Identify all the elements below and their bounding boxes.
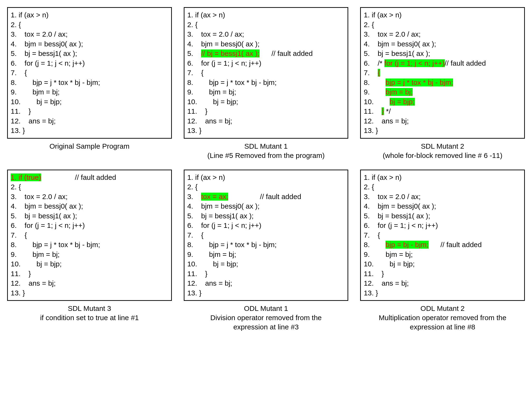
- code-line: 12. ans = bj;: [187, 279, 345, 288]
- code-segment: 5.: [187, 49, 201, 57]
- code-segment: 4. bjm = bessj0( ax );: [11, 40, 83, 48]
- code-segment: 12. ans = bj;: [364, 117, 409, 125]
- code-line: 9. bjm = bj;: [364, 250, 521, 259]
- code-line: 13. }: [11, 288, 168, 298]
- code-line: 2. {: [187, 20, 345, 30]
- code-segment: 4. bjm = bessj0( ax );: [364, 202, 436, 210]
- code-segment: 5. bj = bessj1( ax );: [187, 212, 254, 220]
- code-line: 7. {: [11, 230, 168, 240]
- code-line: 8. bjp = j * tox * bj - bjm;: [187, 240, 345, 250]
- panel-caption: SDL Mutant 2(whole for-block removed lin…: [383, 141, 503, 160]
- mutated-code-segment: {: [378, 69, 380, 76]
- code-line: 8. bjp = j * tox * bj - bjm;: [11, 240, 168, 250]
- code-line: 11. } */: [364, 107, 521, 116]
- code-line: 4. bjm = bessj0( ax );: [364, 39, 521, 49]
- code-line: 12. ans = bj;: [364, 116, 521, 126]
- code-box: 1. if (ax > n)2. {3. tox = ax; // fault …: [184, 169, 349, 301]
- code-line: 3. tox = 2.0 / ax;: [364, 192, 521, 202]
- code-line: 9. bjm = bj;: [364, 87, 521, 97]
- code-segment: 8.: [364, 78, 386, 86]
- code-segment: 2. {: [11, 183, 21, 191]
- code-panel: 1. if (ax > n)2. {3. tox = 2.0 / ax;4. b…: [184, 7, 349, 160]
- code-segment: 7. {: [187, 231, 203, 239]
- code-segment: 1. if (ax > n): [364, 11, 401, 19]
- mutated-code-segment: bj = bjp;: [390, 98, 415, 106]
- code-segment: 10. bj = bjp;: [187, 98, 238, 106]
- code-line: 9. bjm = bj;: [187, 250, 345, 259]
- code-segment: 4. bjm = bessj0( ax );: [364, 40, 436, 48]
- code-box: 1. if (ax > n)2. {3. tox = 2.0 / ax;4. b…: [360, 169, 525, 301]
- code-box: 1. if (ax > n)2. {3. tox = 2.0 / ax;4. b…: [360, 7, 525, 139]
- code-segment: 7. {: [11, 231, 27, 239]
- code-segment: 9. bjm = bj;: [11, 88, 60, 96]
- code-line: 7. {: [187, 230, 345, 240]
- code-segment: 4. bjm = bessj0( ax );: [11, 202, 83, 210]
- code-line: 7. {: [364, 68, 521, 78]
- code-segment: 4. bjm = bessj0( ax );: [187, 202, 260, 210]
- code-line: 10. bj = bjp;: [364, 259, 521, 269]
- code-segment: // fault added: [445, 59, 486, 67]
- code-line: 13. }: [187, 126, 345, 136]
- code-line: 6. for (j = 1; j < n; j++): [11, 221, 168, 230]
- code-line: 11. }: [11, 107, 168, 116]
- code-line: 3. tox = 2.0 / ax;: [364, 29, 521, 39]
- code-line: 6. for (j = 1; j < n; j++): [187, 221, 345, 230]
- code-line: 8. bjp = j * tox * bj - bjm;: [11, 78, 168, 87]
- code-line: 9. bjm = bj;: [11, 87, 168, 97]
- panel-caption: ODL Mutant 2Multiplication operator remo…: [379, 304, 506, 332]
- code-line: 6. for (j = 1; j < n; j++): [187, 58, 345, 68]
- mutated-code-segment: bjp = j * tox * bj - bjm;: [386, 78, 453, 86]
- code-segment: 9. bjm = bj;: [187, 250, 236, 258]
- code-segment: 10. bj = bjp;: [364, 260, 415, 268]
- code-line: 2. {: [364, 20, 521, 30]
- code-line: 1. if (ax > n): [11, 10, 168, 20]
- panel-caption: SDL Mutant 1(Line #5 Removed from the pr…: [207, 141, 325, 160]
- code-segment: 11.: [364, 107, 382, 115]
- code-line: 3. tox = 2.0 / ax;: [187, 29, 345, 39]
- code-segment: 10. bj = bjp;: [11, 98, 62, 106]
- code-panel: 1. if (true) // fault added2. {3. tox = …: [7, 169, 172, 332]
- code-segment: 13. }: [187, 127, 202, 134]
- mutated-code-segment: bjm = bj;: [386, 88, 413, 96]
- code-line: 4. bjm = bessj0( ax );: [364, 201, 521, 211]
- code-segment: 8. bjp = j * tox * bj - bjm;: [187, 78, 277, 86]
- code-segment: 12. ans = bj;: [187, 279, 232, 287]
- code-segment: 7. {: [187, 69, 203, 76]
- code-segment: 8. bjp = j * tox * bj - bjm;: [187, 241, 277, 249]
- code-box: 1. if (true) // fault added2. {3. tox = …: [7, 169, 172, 301]
- code-segment: // fault added: [429, 241, 482, 249]
- code-line: 3. tox = ax; // fault added: [187, 192, 345, 202]
- code-line: 6. /* for (j = 1; j < n; j++)// fault ad…: [364, 58, 521, 68]
- mutated-code-segment: for (j = 1; j < n; j++): [384, 59, 445, 67]
- mutated-code-segment: 1. if (true): [11, 173, 41, 181]
- code-segment: 2. {: [187, 183, 198, 191]
- code-segment: 10.: [364, 98, 389, 106]
- code-segment: 11. }: [11, 270, 31, 278]
- code-segment: 1. if (ax > n): [187, 173, 225, 181]
- code-segment: 4. bjm = bessj0( ax );: [187, 40, 260, 48]
- code-segment: 6. for (j = 1; j < n; j++): [11, 221, 85, 229]
- code-segment: 2. {: [11, 21, 21, 29]
- code-line: 2. {: [11, 20, 168, 30]
- code-line: 3. tox = 2.0 / ax;: [11, 192, 168, 202]
- panels-grid: 1. if (ax > n)2. {3. tox = 2.0 / ax;4. b…: [7, 7, 525, 332]
- code-line: 5. bj = bessj1( ax );: [11, 211, 168, 221]
- code-line: 8. bjp = bj - bjm; // fault added: [364, 240, 521, 250]
- code-segment: 3. tox = 2.0 / ax;: [11, 30, 68, 38]
- code-line: 10. bj = bjp;: [187, 97, 345, 107]
- code-segment: 13. }: [364, 127, 378, 134]
- code-segment: 6. /*: [364, 59, 384, 67]
- code-segment: 11. }: [364, 270, 384, 278]
- code-line: 2. {: [364, 182, 521, 192]
- code-segment: 6. for (j = 1; j < n; j++): [364, 221, 438, 229]
- code-segment: // fault added: [260, 49, 313, 57]
- code-segment: 8. bjp = j * tox * bj - bjm;: [11, 78, 100, 86]
- code-line: 5. bj = bessj1( ax );: [364, 211, 521, 221]
- code-line: 11. }: [187, 269, 345, 279]
- code-segment: 2. {: [364, 21, 374, 29]
- code-segment: 1. if (ax > n): [187, 11, 225, 19]
- mutated-code-segment: }: [382, 107, 384, 115]
- code-segment: 1. if (ax > n): [11, 11, 48, 19]
- code-line: 4. bjm = bessj0( ax );: [187, 39, 345, 49]
- code-line: 1. if (ax > n): [364, 10, 521, 20]
